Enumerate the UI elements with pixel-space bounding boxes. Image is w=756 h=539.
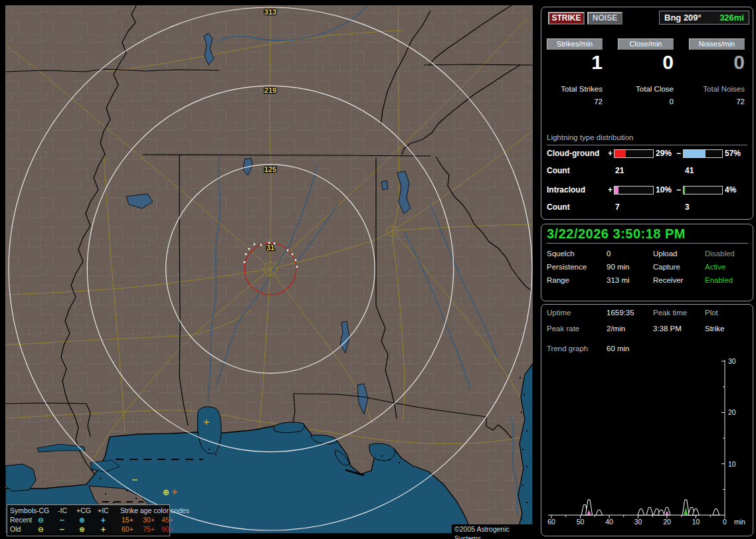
legend-symbols-header: Symbols xyxy=(10,506,37,514)
status-panel: 3/22/2026 3:50:18 PM Squelch 0 Upload Di… xyxy=(541,224,753,301)
ring-label-313: 313 xyxy=(264,8,276,16)
ic-positive-count: 7 xyxy=(615,202,620,212)
total-close-value: 0 xyxy=(618,98,674,106)
age-code-75: 75+ xyxy=(143,525,155,533)
svg-text:50: 50 xyxy=(577,518,585,526)
upload-status: Disabled xyxy=(705,250,735,258)
recent-ic-neg-icon: − xyxy=(59,516,65,524)
recent-strike-dot xyxy=(268,242,270,244)
legend-col--cg: -CG xyxy=(37,506,49,514)
svg-text:min: min xyxy=(734,518,745,526)
legend-age-header: Strike age color codes xyxy=(120,506,189,514)
svg-text:60: 60 xyxy=(547,518,555,526)
close-per-min-button[interactable]: Close/min xyxy=(618,38,674,50)
count-label: Count xyxy=(547,166,570,175)
trend-peak xyxy=(713,509,719,515)
trend-peak xyxy=(596,510,603,515)
age-code-45: 45+ xyxy=(161,516,173,524)
map-canvas[interactable]: 31321912531 xyxy=(5,5,533,534)
svg-text:20: 20 xyxy=(663,518,671,526)
ring-label-31: 31 xyxy=(266,244,274,252)
lightning-map[interactable]: 31321912531 Symbols -CG -IC +CG +IC Stri… xyxy=(5,5,533,534)
svg-text:30: 30 xyxy=(728,357,736,365)
session-panel: Uptime 1659:35 Peak time Plot Peak rate … xyxy=(541,304,753,536)
recent-strike-dot xyxy=(245,254,247,256)
intracloud-count-row: Count 7 3 xyxy=(541,202,753,212)
age-code-30: 30+ xyxy=(143,516,155,524)
receiver-label: Receiver xyxy=(653,276,683,284)
bearing-readout: Bng 209° 326mi xyxy=(659,11,749,25)
recent-strike-dot xyxy=(274,243,276,245)
svg-text:40: 40 xyxy=(605,518,613,526)
strikes-per-min-button[interactable]: Strikes/min xyxy=(547,38,603,50)
recent-strike-dot xyxy=(254,244,256,246)
old-ic-pos-icon: + xyxy=(100,525,106,533)
noise-mode-button[interactable]: NOISE xyxy=(587,12,622,25)
cloud-ground-row: Cloud-ground + 29% − 57% xyxy=(541,149,753,159)
svg-text:0: 0 xyxy=(723,518,727,526)
old-cg-pos-icon: ⊕ xyxy=(79,525,85,533)
bearing-range: 326mi xyxy=(719,13,744,23)
bearing-label: Bng 209° xyxy=(664,13,702,23)
ring-label-125: 125 xyxy=(264,165,276,173)
plus-sign: + xyxy=(608,185,613,194)
age-code-60: 60+ xyxy=(122,525,134,533)
legend-col-+ic: +IC xyxy=(98,506,109,514)
upload-label: Upload xyxy=(653,250,677,258)
intracloud-row: Intracloud + 10% − 4% xyxy=(541,185,753,195)
map-legend: Symbols -CG -IC +CG +IC Strike age color… xyxy=(7,504,170,536)
divider xyxy=(547,145,747,145)
lake-pontchartrain xyxy=(5,464,36,491)
persistence-value: 90 min xyxy=(607,263,630,271)
recent-cg-neg-icon: ⊖ xyxy=(38,516,44,524)
ic-negative-bar xyxy=(683,186,723,194)
recent-strike-dot xyxy=(248,248,250,250)
cg-positive-pct: 29% xyxy=(656,149,672,158)
legend-row-recent-label: Recent xyxy=(10,516,32,524)
recent-ic-pos-icon: + xyxy=(100,516,106,524)
cg-negative-pct: 57% xyxy=(725,149,741,158)
recent-strike-dot xyxy=(292,254,294,256)
legend-row-old-label: Old xyxy=(10,525,21,533)
ring-label-219: 219 xyxy=(264,86,276,94)
legend-col-+cg: +CG xyxy=(76,506,91,514)
cloud-ground-label: Cloud-ground xyxy=(547,149,599,158)
age-code-15: 15+ xyxy=(122,516,134,524)
plus-sign: + xyxy=(608,149,613,158)
distribution-title: Lightning type distribution xyxy=(547,133,633,141)
ic-positive-bar xyxy=(614,186,654,194)
recent-strike-dot xyxy=(296,266,298,268)
svg-text:30: 30 xyxy=(634,518,642,526)
trend-graph: 6050403020100min102030 xyxy=(541,305,753,534)
recent-strike-dot xyxy=(287,250,289,252)
total-strikes-value: 72 xyxy=(547,98,603,106)
close-rate-value: 0 xyxy=(618,51,674,74)
count-label: Count xyxy=(547,202,570,212)
ic-negative-pct: 4% xyxy=(725,185,736,194)
clock-display: 3/22/2026 3:50:18 PM xyxy=(547,226,686,242)
noises-per-min-button[interactable]: Noises/min xyxy=(689,38,745,50)
cg-negative-count: 41 xyxy=(685,166,694,175)
counters-panel: STRIKE NOISE Bng 209° 326mi Strikes/min … xyxy=(541,7,753,220)
capture-status: Active xyxy=(705,263,725,271)
strike-mode-button[interactable]: STRIKE xyxy=(548,12,585,25)
total-close-label: Total Close xyxy=(618,85,674,93)
ic-positive-pct: 10% xyxy=(656,185,672,194)
legend-col--ic: -IC xyxy=(58,506,67,514)
minus-sign: − xyxy=(676,149,681,158)
capture-label: Capture xyxy=(653,263,680,271)
total-noises-value: 72 xyxy=(689,98,745,106)
ic-negative-count: 3 xyxy=(685,202,690,212)
minus-sign: − xyxy=(676,185,681,194)
trend-peak xyxy=(646,507,653,515)
cloud-ground-count-row: Count 21 41 xyxy=(541,166,753,176)
strikes-rate-value: 1 xyxy=(547,51,603,74)
age-code-90: 90+ xyxy=(161,525,173,533)
range-label: Range xyxy=(547,276,569,284)
cg-positive-bar xyxy=(614,149,654,158)
total-strikes-label: Total Strikes xyxy=(547,85,603,93)
persistence-label: Persistence xyxy=(547,263,587,271)
copyright-notice: ©2005 Astrogenic Systems xyxy=(452,524,535,534)
old-ic-neg-icon: − xyxy=(59,525,65,533)
application-window: 31321912531 Symbols -CG -IC +CG +IC Stri… xyxy=(0,0,756,539)
